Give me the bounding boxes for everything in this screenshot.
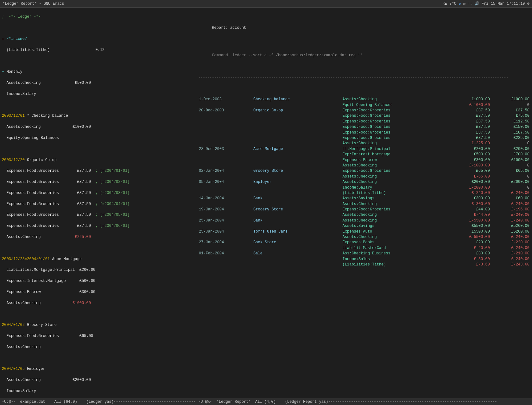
cell-amount: £-5500.00 (451, 218, 491, 223)
cell-desc (253, 246, 342, 251)
status-left-text: -U:@-- example.dat All (64,0) (Ledger ya… (2, 400, 196, 404)
cell-running: £200.00 (491, 146, 530, 152)
cell-amount: £37.50 (451, 130, 491, 135)
cell-desc: Bank (253, 196, 342, 201)
cell-desc (253, 174, 342, 179)
cell-amount: £300.00 (451, 196, 491, 201)
cell-amount: £37.50 (451, 108, 491, 113)
window-title: *Ledger Report* - GNU Emacs (3, 2, 64, 6)
datetime: Fri 15 Mar 17:11:19 (482, 2, 525, 6)
cell-date: 02-Jan-2004 (198, 168, 253, 174)
cell-amount: £200.00 (451, 146, 491, 152)
left-pane[interactable]: ; -*- ledger -*- = /*Income/ (Liabilitie… (0, 8, 196, 398)
cell-desc (253, 124, 342, 130)
cell-desc (253, 212, 342, 218)
reload-icon[interactable]: ↻ (459, 2, 461, 6)
cell-amount: £30.00 (451, 251, 491, 256)
cell-date: 1-Dec-2003 (198, 97, 253, 102)
cell-date (198, 152, 253, 157)
tx-date: 2004/01/02 (2, 323, 25, 327)
cell-running: £187.50 (491, 130, 530, 135)
table-row: Assets:Checking £-65.00 0 (198, 174, 530, 179)
table-row: Assets:Checking £-225.00 0 (198, 141, 530, 146)
cell-date (198, 257, 253, 262)
table-row: 20-Dec-2003 Organic Co-op Expens:Food:Gr… (198, 108, 530, 113)
cell-running: £-240.00 (491, 218, 530, 223)
status-right-text: -U:@%- *Ledger Report* All (4,0) (Ledger… (198, 400, 497, 404)
cell-running: £-240.00 (491, 257, 530, 262)
cell-running: £-210.00 (491, 251, 530, 256)
cell-amount: £300.00 (451, 158, 491, 163)
network-icon: ↑↓ (468, 2, 472, 6)
cell-account: Expens:Food:Groceries (342, 113, 451, 119)
account-line: Assets:Checking -£225.00 (2, 235, 91, 239)
cell-desc (253, 257, 342, 262)
report-header: Report: account (198, 20, 530, 36)
cell-desc (253, 190, 342, 196)
cell-running: £37.50 (491, 108, 530, 113)
cell-running: 0 (491, 185, 530, 190)
account-line: Expenses:Food:Groceries £37.50 ; [=2004/… (2, 169, 130, 173)
cell-amount: £-240.00 (451, 190, 491, 196)
cell-date (198, 185, 253, 190)
cell-date (198, 212, 253, 218)
cell-date (198, 119, 253, 124)
cell-running: 0 (491, 174, 530, 179)
cell-amount: £44.00 (451, 207, 491, 212)
tx-date: 2003/12/01 (2, 114, 25, 118)
cell-desc (253, 158, 342, 163)
account-line: Equity:Opening Balances (2, 136, 59, 140)
cell-account: Expenses:Escrow (342, 158, 451, 163)
table-row: Income:Sales £-30.00 £-240.00 (198, 257, 530, 262)
cell-account: (Liabilities:Tithe) (342, 262, 451, 267)
cell-date: 14-Jan-2004 (198, 196, 253, 201)
volume-icon: 🔊 (475, 2, 479, 6)
cell-date (198, 124, 253, 130)
automated-tx-heading: = /*Income/ (2, 37, 27, 41)
table-row: 1-Dec-2003 Checking balance Assets:Check… (198, 97, 530, 102)
cell-account: Li:Mortgage:Principal (342, 146, 451, 152)
cell-account: Assets:Savings (342, 196, 451, 201)
cell-date (198, 234, 253, 240)
periodic-heading: ~ Monthly (2, 70, 22, 74)
report-label: Report: account (212, 26, 246, 30)
account-line: (Liabilities:Tithe) 0.12 (2, 48, 104, 52)
table-row: Assets:Checking £-5500.00 £-240.00 (198, 234, 530, 240)
cell-account: Assets:Checking (342, 179, 451, 185)
settings-icon[interactable]: ⚙ (527, 2, 529, 6)
cell-running: £-220.00 (491, 240, 530, 245)
cell-amount: £37.50 (451, 135, 491, 141)
cell-account: Assets:Checking (342, 234, 451, 240)
cell-running: 0 (491, 163, 530, 168)
cell-amount: £-2000.00 (451, 185, 491, 190)
cell-amount: £5500.00 (451, 229, 491, 234)
account-line: Expenses:Escrow £300.00 (2, 290, 95, 294)
cell-date: 05-Jan-2004 (198, 179, 253, 185)
cell-account: Assets:Checking (342, 202, 451, 207)
table-row: Assets:Checking £-1000.00 0 (198, 163, 530, 168)
cell-desc (253, 202, 342, 207)
titlebar-right: 🌤 7°C ↻ ✉ ↑↓ 🔊 Fri 15 Mar 17:11:19 ⚙ (443, 1, 529, 6)
cell-account: Assets:Checking (342, 218, 451, 223)
shebang-line: ; -*- ledger -*- (2, 15, 41, 19)
table-row: 05-Jan-2004 Employer Assets:Checking £20… (198, 179, 530, 185)
report-command: Command: ledger --sort d -f /home/borbus… (198, 47, 530, 64)
account-line: Assets:Checking £1000.00 (2, 125, 91, 129)
table-row: 02-Jan-2004 Grocery Store Expens:Food:Gr… (198, 168, 530, 174)
cell-desc (253, 234, 342, 240)
cell-account: (Liabilities:Tithe) (342, 190, 451, 196)
cell-amount: £-30.00 (451, 257, 491, 262)
cell-account: Assets:Checking (342, 97, 451, 102)
main-container: ; -*- ledger -*- = /*Income/ (Liabilitie… (0, 8, 532, 398)
temperature: 7°C (449, 2, 456, 6)
cell-amount: £-65.00 (451, 174, 491, 179)
cell-amount: £-1000.00 (451, 103, 491, 108)
cell-amount: £-44.00 (451, 212, 491, 218)
cell-desc: Organic Co-op (253, 108, 342, 113)
cell-desc (253, 130, 342, 135)
cell-desc (253, 135, 342, 141)
table-row: (Liabilities:Tithe) £-240.00 £-240.00 (198, 190, 530, 196)
cell-date: 01-Feb-2004 (198, 251, 253, 256)
account-line: Liabilities:Mortgage:Principal £200.00 (2, 268, 95, 272)
table-row: 01-Feb-2004 Sale Ass:Checking:Business £… (198, 251, 530, 256)
